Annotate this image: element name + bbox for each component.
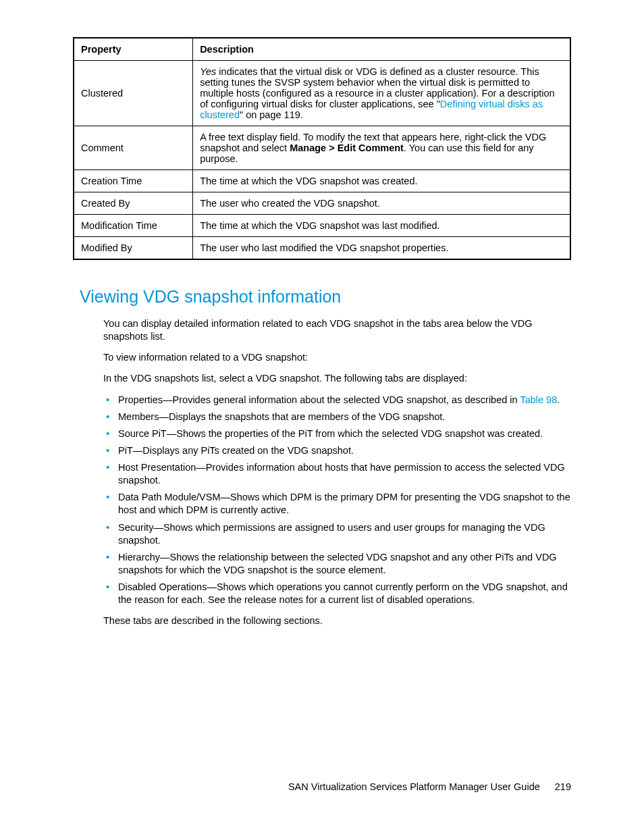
description-cell: A free text display field. To modify the…	[193, 126, 570, 170]
table-row: Comment A free text display field. To mo…	[74, 126, 570, 170]
description-cell: The time at which the VDG snapshot was c…	[193, 170, 570, 192]
table-header-property: Property	[74, 38, 193, 61]
table-row: Created By The user who created the VDG …	[74, 192, 570, 215]
paragraph: These tabs are described in the followin…	[103, 615, 571, 627]
italic-text: Yes	[200, 66, 216, 77]
list-item: Properties—Provides general information …	[103, 394, 571, 407]
table-row: Clustered Yes indicates that the virtual…	[74, 61, 570, 126]
list-item: Source PiT—Shows the properties of the P…	[103, 427, 571, 440]
list-item: Security—Shows which permissions are ass…	[103, 521, 571, 547]
description-cell: Yes indicates that the virtual disk or V…	[193, 61, 570, 126]
property-cell: Modification Time	[74, 215, 193, 237]
list-item: Data Path Module/VSM—Shows which DPM is …	[103, 491, 571, 517]
table-row: Modification Time The time at which the …	[74, 215, 570, 237]
properties-table: Property Description Clustered Yes indic…	[73, 37, 571, 260]
property-cell: Clustered	[74, 61, 193, 126]
description-cell: The user who created the VDG snapshot.	[193, 192, 570, 215]
table-row: Creation Time The time at which the VDG …	[74, 170, 570, 192]
bold-text: Manage > Edit Comment	[290, 142, 404, 153]
section-heading: Viewing VDG snapshot information	[80, 286, 571, 308]
description-cell: The time at which the VDG snapshot was l…	[193, 215, 570, 237]
paragraph: You can display detailed information rel…	[103, 317, 571, 343]
page-number: 219	[555, 781, 571, 792]
list-item: Hierarchy—Shows the relationship between…	[103, 551, 571, 577]
footer-title: SAN Virtualization Services Platform Man…	[288, 781, 540, 792]
description-cell: The user who last modified the VDG snaps…	[193, 237, 570, 260]
paragraph: To view information related to a VDG sna…	[103, 351, 571, 364]
list-item: Host Presentation—Provides information a…	[103, 461, 571, 487]
table-header-description: Description	[193, 38, 570, 61]
property-cell: Comment	[74, 126, 193, 170]
property-cell: Created By	[74, 192, 193, 215]
list-item: Disabled Operations—Shows which operatio…	[103, 581, 571, 606]
bullet-list: Properties—Provides general information …	[103, 394, 571, 607]
list-item: PiT—Displays any PiTs created on the VDG…	[103, 444, 571, 457]
list-item: Members—Displays the snapshots that are …	[103, 411, 571, 423]
property-cell: Modified By	[74, 237, 193, 260]
cross-ref-link[interactable]: Table 98	[520, 394, 557, 405]
table-row: Modified By The user who last modified t…	[74, 237, 570, 260]
paragraph: In the VDG snapshots list, select a VDG …	[103, 372, 571, 385]
text: .	[557, 394, 560, 405]
text: " on page 119.	[240, 109, 303, 120]
text: Properties—Provides general information …	[118, 394, 520, 405]
page-footer: SAN Virtualization Services Platform Man…	[288, 781, 571, 792]
property-cell: Creation Time	[74, 170, 193, 192]
